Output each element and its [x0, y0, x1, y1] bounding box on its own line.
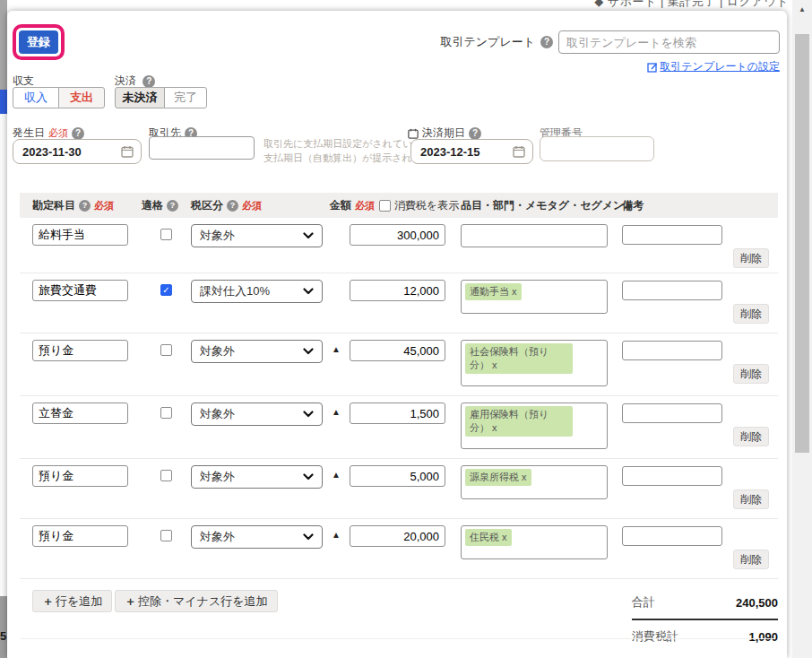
qualified-checkbox[interactable] — [160, 407, 172, 419]
tags-field[interactable]: 社会保険料（預り分） x — [461, 340, 608, 386]
help-icon[interactable]: ? — [79, 200, 91, 212]
amount-input[interactable] — [350, 403, 445, 424]
account-input[interactable] — [32, 465, 128, 487]
background-top-bar: ◆ サポート | 集計完了 | ログアウト — [594, 0, 789, 8]
income-toggle-button[interactable]: 収入 — [13, 87, 59, 108]
remove-tag-icon[interactable]: x — [492, 422, 497, 433]
account-input[interactable] — [32, 280, 128, 301]
due-date-input[interactable] — [420, 145, 513, 159]
memo-input[interactable] — [622, 526, 722, 546]
rows: 対象外 ▲ 削除 ✓ 課対仕入10% ▲ 通勤手当 x 削除 — [20, 218, 778, 579]
chevron-down-icon — [303, 348, 314, 355]
tag-chip: 通勤手当 x — [465, 283, 522, 300]
remove-tag-icon[interactable]: x — [492, 359, 497, 370]
remove-tag-icon[interactable]: x — [502, 532, 507, 542]
qualified-checkbox[interactable] — [160, 229, 172, 240]
amount-input[interactable] — [350, 465, 445, 487]
memo-input[interactable] — [622, 466, 722, 486]
qualified-checkbox[interactable] — [160, 470, 172, 481]
manage-no-input[interactable] — [540, 136, 654, 161]
tag-chip: 源泉所得税 x — [465, 469, 531, 486]
plus-icon: ＋ — [125, 594, 136, 608]
help-icon[interactable]: ? — [167, 200, 178, 212]
minus-triangle-icon: ▲ — [332, 344, 341, 354]
memo-column-header: 備考 — [622, 198, 644, 213]
amount-input[interactable] — [350, 224, 445, 246]
delete-row-button[interactable]: 削除 — [733, 489, 769, 509]
tag-chip: 雇用保険料（預り分） x — [465, 406, 573, 437]
minus-triangle-icon: ▲ — [332, 407, 341, 417]
help-icon[interactable]: ? — [72, 127, 84, 140]
account-input[interactable] — [32, 224, 128, 246]
tax-category-column-header: 税区分 ? 必須 — [191, 198, 262, 213]
chevron-down-icon — [303, 411, 314, 418]
show-tax-checkbox[interactable] — [379, 200, 391, 212]
amount-input[interactable] — [350, 525, 445, 547]
chevron-down-icon — [303, 473, 314, 481]
qualified-checkbox[interactable] — [160, 344, 172, 356]
tags-field[interactable]: 雇用保険料（預り分） x — [461, 403, 608, 449]
tax-category-select[interactable]: 対象外 — [191, 403, 323, 426]
help-icon[interactable]: ? — [143, 75, 155, 88]
template-settings-link[interactable]: 取引テンプレートの設定 — [647, 59, 780, 74]
memo-input[interactable] — [622, 341, 722, 360]
qualified-checkbox[interactable]: ✓ — [160, 284, 172, 296]
calendar-icon — [121, 145, 134, 158]
remove-tag-icon[interactable]: x — [522, 472, 527, 482]
unsettled-toggle-button[interactable]: 未決済 — [115, 87, 165, 108]
issue-date-input[interactable] — [22, 145, 121, 159]
register-button[interactable]: 登録 — [19, 30, 58, 54]
issue-date-field[interactable] — [13, 139, 142, 164]
due-date-field[interactable] — [410, 139, 533, 164]
tax-category-select[interactable]: 対象外 — [191, 465, 323, 489]
table-footer: ＋行を追加 ＋控除・マイナス行を追加 合計 240,500 消費税計 1,090 — [20, 590, 778, 653]
account-input[interactable] — [32, 403, 128, 424]
tag-chip: 住民税 x — [465, 529, 512, 546]
help-icon[interactable]: ? — [469, 127, 481, 140]
template-search-input[interactable] — [558, 30, 780, 54]
account-input[interactable] — [32, 525, 128, 547]
expense-toggle-button[interactable]: 支出 — [58, 87, 105, 108]
add-row-button[interactable]: ＋行を追加 — [32, 590, 112, 612]
delete-row-button[interactable]: 削除 — [733, 550, 769, 569]
tags-field[interactable]: 住民税 x — [461, 525, 608, 559]
tags-field[interactable]: 通勤手当 x — [461, 280, 608, 314]
scrollbar-up-arrow-icon[interactable]: ▲ — [792, 0, 812, 18]
qualified-checkbox[interactable] — [160, 530, 172, 541]
table-row: 対象外 ▲ 住民税 x 削除 — [20, 519, 778, 579]
delete-row-button[interactable]: 削除 — [733, 427, 769, 446]
tags-field[interactable]: 源泉所得税 x — [461, 465, 608, 499]
delete-row-button[interactable]: 削除 — [733, 304, 769, 324]
remove-tag-icon[interactable]: x — [512, 286, 517, 297]
partner-input[interactable] — [149, 136, 255, 160]
table-row: 対象外 ▲ 社会保険料（預り分） x 削除 — [20, 333, 778, 396]
tax-category-select[interactable]: 課対仕入10% — [191, 280, 323, 303]
amount-input[interactable] — [350, 340, 445, 361]
show-tax-option: 消費税を表示 — [379, 198, 459, 213]
settled-toggle-button[interactable]: 完了 — [164, 87, 207, 108]
page-scrollbar[interactable]: ▲ — [792, 0, 812, 658]
scrollbar-thumb[interactable] — [795, 34, 809, 453]
tags-field[interactable] — [461, 224, 608, 247]
account-input[interactable] — [32, 340, 128, 361]
memo-input[interactable] — [622, 225, 722, 245]
help-icon[interactable]: ? — [227, 200, 238, 212]
tags-column-header: 品目・部門・メモタグ・セグメント — [461, 198, 635, 213]
tax-category-select[interactable]: 対象外 — [191, 224, 323, 247]
tax-category-select[interactable]: 対象外 — [191, 340, 323, 363]
delete-row-button[interactable]: 削除 — [733, 364, 769, 384]
memo-input[interactable] — [622, 281, 722, 300]
tax-category-select[interactable]: 対象外 — [191, 525, 323, 549]
amount-input[interactable] — [350, 280, 445, 301]
help-icon[interactable]: ? — [540, 36, 553, 48]
template-label: 取引テンプレート — [440, 34, 535, 50]
tax-total-value: 1,090 — [748, 630, 778, 644]
delete-row-button[interactable]: 削除 — [733, 248, 769, 268]
calendar-icon — [408, 128, 419, 139]
add-minus-row-button[interactable]: ＋控除・マイナス行を追加 — [115, 590, 278, 612]
bottom-divider — [20, 638, 774, 639]
totals-summary: 合計 240,500 消費税計 1,090 — [632, 594, 778, 645]
inout-toggle: 収入 支出 — [13, 87, 105, 108]
memo-input[interactable] — [622, 403, 722, 423]
amount-column-header: 金額 必須 — [330, 198, 375, 213]
